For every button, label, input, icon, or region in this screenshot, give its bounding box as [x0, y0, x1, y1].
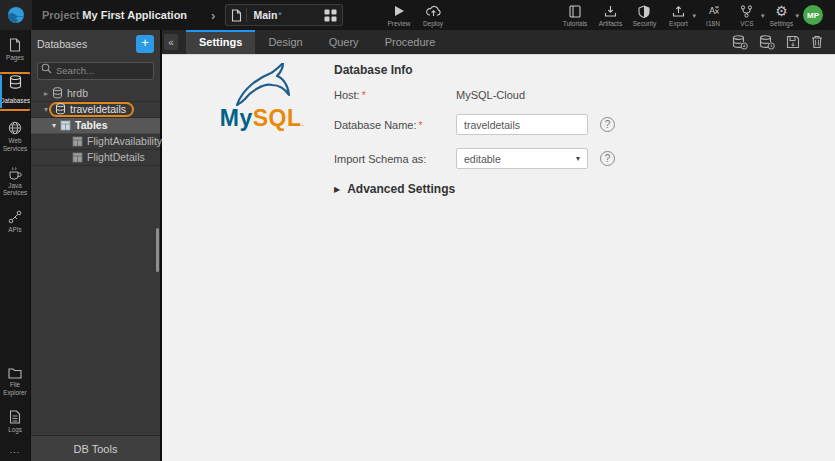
advanced-settings-toggle[interactable]: ▶ Advanced Settings: [334, 182, 615, 196]
tree-item-traveldetails[interactable]: ▾ traveldetails: [31, 102, 160, 118]
mysql-word-sql: SQL: [253, 105, 302, 131]
settings-button[interactable]: ⚙ Settings: [764, 4, 798, 27]
table-icon: [72, 136, 83, 147]
tab-query[interactable]: Query: [316, 30, 372, 54]
play-icon: [394, 4, 405, 18]
db-tools-button[interactable]: DB Tools: [31, 435, 160, 461]
page-icon: [231, 9, 242, 22]
preview-button[interactable]: Preview: [382, 4, 416, 27]
database-icon: [55, 103, 66, 115]
i18n-button[interactable]: A I18N: [696, 4, 730, 27]
panel-title: Databases: [37, 38, 87, 50]
required-marker: *: [419, 120, 423, 131]
sidebar-label: Java Services: [0, 182, 30, 198]
export-label: Export: [669, 20, 688, 27]
sidebar-item-pages[interactable]: Pages: [0, 36, 30, 64]
host-label: Host:*: [334, 89, 456, 101]
artifacts-label: Artifacts: [599, 20, 622, 27]
tab-procedure[interactable]: Procedure: [372, 30, 449, 54]
i18n-label: I18N: [706, 20, 720, 27]
security-label: Security: [633, 20, 656, 27]
sidebar-item-java-services[interactable]: Java Services: [0, 164, 30, 200]
tree-item-hrdb[interactable]: ▸ hrdb: [31, 86, 160, 102]
sidebar-label: File Explorer: [0, 381, 30, 397]
tutorials-button[interactable]: Tutorials: [558, 4, 592, 27]
tree-item-tables[interactable]: ▾ Tables: [31, 118, 160, 134]
tab-design[interactable]: Design: [255, 30, 315, 54]
sidebar-label: Web Services: [0, 137, 30, 153]
mysql-wordmark: MySQL.: [202, 107, 322, 130]
database-tree: ▸ hrdb ▾ traveldetails: [31, 86, 160, 436]
save-icon[interactable]: [786, 35, 800, 49]
preview-label: Preview: [387, 20, 410, 27]
traveldetails-highlight: traveldetails: [49, 102, 134, 117]
tree-item-flightdetails[interactable]: FlightDetails: [31, 150, 160, 166]
database-name-row: Database Name:* ?: [334, 114, 615, 135]
deploy-button[interactable]: Deploy: [416, 4, 450, 27]
sidebar-item-apis[interactable]: APIs: [0, 208, 30, 236]
table-icon: [72, 152, 83, 163]
advanced-settings-label: Advanced Settings: [347, 182, 455, 196]
import-schema-row: Import Schema as: editable ▾ ?: [334, 148, 615, 169]
tree-item-label: Tables: [75, 119, 107, 131]
import-schema-help-icon[interactable]: ?: [600, 151, 615, 166]
i18n-translate-icon: A: [706, 4, 720, 18]
page-icon: [9, 38, 21, 52]
add-database-button[interactable]: +: [136, 35, 154, 53]
import-schema-label: Import Schema as:: [334, 153, 456, 165]
artifacts-button[interactable]: Artifacts: [593, 4, 627, 27]
wavemaker-logo[interactable]: [0, 0, 32, 30]
sidebar-more-button[interactable]: ...: [10, 445, 21, 455]
cloud-upload-icon: [426, 4, 441, 18]
folder-icon: [8, 367, 22, 379]
db-reimport-icon[interactable]: [759, 35, 775, 50]
tab-settings[interactable]: Settings: [186, 30, 255, 54]
page-name: Main: [253, 9, 277, 21]
page-selector[interactable]: Main *: [225, 4, 343, 26]
database-info-form: Database Info Host:* MySQL-Cloud Databas…: [334, 63, 615, 196]
mysql-logo: MySQL.: [202, 63, 322, 130]
sidebar-label: Pages: [6, 54, 24, 62]
export-button[interactable]: Export: [661, 4, 695, 27]
database-icon: [9, 75, 22, 89]
wavemaker-logo-icon: [7, 6, 25, 24]
main-area: « Settings Design Query Procedure: [160, 30, 835, 461]
collapse-panel-button[interactable]: «: [164, 34, 178, 50]
vcs-button[interactable]: VCS: [730, 4, 764, 27]
tree-item-label: FlightAvailability: [87, 135, 162, 147]
user-avatar[interactable]: MP: [803, 5, 823, 25]
database-name-input[interactable]: [456, 114, 588, 135]
database-name-help-icon[interactable]: ?: [600, 117, 615, 132]
db-export-icon[interactable]: [732, 35, 748, 50]
project-name: My First Application: [82, 9, 187, 21]
select-caret-icon: ▾: [576, 154, 580, 163]
sidebar-item-logs[interactable]: Logs: [0, 408, 30, 436]
settings-label: Settings: [770, 20, 794, 27]
security-button[interactable]: Security: [627, 4, 661, 27]
sidebar-item-databases[interactable]: Databases: [0, 73, 30, 110]
tutorials-label: Tutorials: [563, 20, 588, 27]
branch-icon: [740, 4, 753, 18]
artifacts-download-icon: [604, 4, 617, 18]
import-schema-select[interactable]: editable ▾: [456, 148, 588, 169]
mysql-dolphin-icon: [231, 63, 293, 109]
form-heading: Database Info: [334, 63, 615, 77]
tree-item-flightavailability[interactable]: FlightAvailability: [31, 134, 160, 150]
chevron-collapsed-icon[interactable]: ▸: [41, 89, 51, 98]
panel-scrollbar[interactable]: [156, 228, 159, 272]
delete-icon[interactable]: [811, 35, 823, 49]
advanced-caret-icon: ▶: [334, 185, 340, 194]
vcs-label: VCS: [740, 20, 753, 27]
logs-document-icon: [9, 410, 21, 424]
search-input[interactable]: [37, 62, 154, 80]
tab-bar: « Settings Design Query Procedure: [162, 30, 835, 54]
chevron-expanded-icon[interactable]: ▾: [49, 121, 59, 130]
database-icon: [52, 87, 63, 99]
host-value: MySQL-Cloud: [456, 89, 525, 101]
sidebar-item-file-explorer[interactable]: File Explorer: [0, 365, 30, 399]
sidebar-label: Logs: [8, 426, 22, 434]
svg-text:A: A: [709, 6, 716, 16]
database-name-label: Database Name:*: [334, 119, 456, 131]
sidebar-item-web-services[interactable]: Web Services: [0, 119, 30, 155]
pages-grid-icon[interactable]: [324, 9, 337, 22]
